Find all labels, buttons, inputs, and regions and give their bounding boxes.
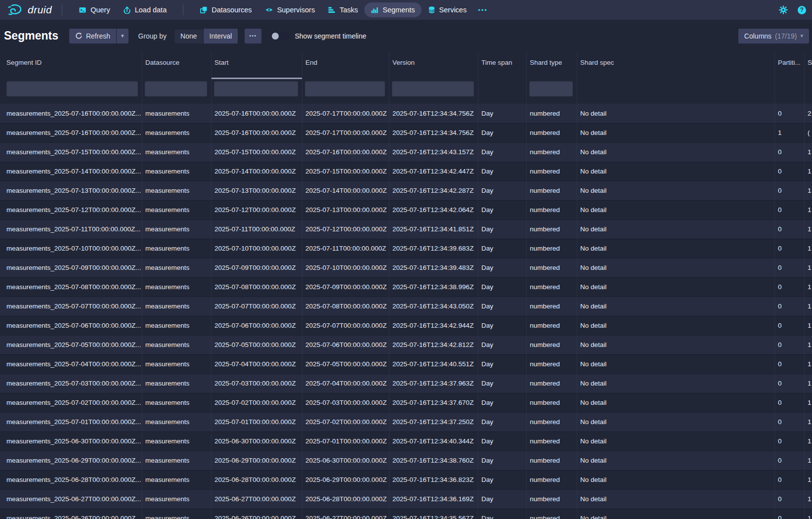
cell-shard-spec[interactable]: No detail [577,470,775,489]
cell-shard-type[interactable]: numbered [527,374,577,393]
cell-size[interactable]: 1 [805,200,812,219]
cell-time-span[interactable]: Day [478,393,527,412]
cell-datasource[interactable]: measurements [142,374,212,393]
table-row[interactable]: measurements_2025-07-13T00:00:00.000Z...… [0,181,812,200]
filter-datasource-input[interactable] [145,81,207,96]
cell-shard-spec[interactable]: No detail [577,219,775,239]
cell-shard-type[interactable]: numbered [527,470,577,489]
cell-version[interactable]: 2025-07-16T12:34:43.157Z [389,142,478,162]
cell-end[interactable]: 2025-07-02T00:00:00.000Z [302,412,389,432]
cell-shard-type[interactable]: numbered [527,393,577,412]
cell-version[interactable]: 2025-07-16T12:34:35.567Z [389,509,478,519]
cell-segment-id[interactable]: measurements_2025-07-10T00:00:00.000Z... [0,239,142,258]
cell-datasource[interactable]: measurements [142,489,212,509]
cell-shard-type[interactable]: numbered [527,412,577,432]
cell-shard-type[interactable]: numbered [527,335,577,354]
cell-datasource[interactable]: measurements [142,470,212,489]
cell-shard-spec[interactable]: No detail [577,181,775,200]
cell-datasource[interactable]: measurements [142,162,212,181]
cell-time-span[interactable]: Day [478,412,527,432]
cell-version[interactable]: 2025-07-16T12:34:42.447Z [389,162,478,181]
cell-start[interactable]: 2025-06-30T00:00:00.000Z [212,432,302,451]
cell-partition[interactable]: 0 [775,412,805,432]
cell-datasource[interactable]: measurements [142,258,212,277]
cell-time-span[interactable]: Day [478,335,527,354]
cell-time-span[interactable]: Day [478,239,527,258]
cell-datasource[interactable]: measurements [142,142,212,162]
cell-end[interactable]: 2025-07-13T00:00:00.000Z [302,200,389,219]
cell-time-span[interactable]: Day [478,123,527,142]
cell-size[interactable]: 1 [805,470,812,489]
nav-item-load-data[interactable]: Load data [117,2,173,17]
table-row[interactable]: measurements_2025-07-03T00:00:00.000Z...… [0,374,812,393]
cell-end[interactable]: 2025-07-09T00:00:00.000Z [302,277,389,297]
table-row[interactable]: measurements_2025-06-28T00:00:00.000Z...… [0,470,812,489]
cell-segment-id[interactable]: measurements_2025-06-30T00:00:00.000Z... [0,432,142,451]
cell-start[interactable]: 2025-07-12T00:00:00.000Z [212,200,302,219]
cell-start[interactable]: 2025-07-09T00:00:00.000Z [212,258,302,277]
nav-item-tasks[interactable]: Tasks [321,2,364,17]
cell-datasource[interactable]: measurements [142,123,212,142]
cell-end[interactable]: 2025-07-06T00:00:00.000Z [302,335,389,354]
cell-size[interactable]: 1 [805,412,812,432]
cell-time-span[interactable]: Day [478,489,527,509]
cell-datasource[interactable]: measurements [142,219,212,239]
cell-shard-type[interactable]: numbered [527,123,577,142]
cell-start[interactable]: 2025-07-11T00:00:00.000Z [212,219,302,239]
cell-size[interactable]: 1 [805,239,812,258]
cell-start[interactable]: 2025-07-04T00:00:00.000Z [212,354,302,374]
cell-segment-id[interactable]: measurements_2025-07-16T00:00:00.000Z... [0,104,142,123]
cell-shard-type[interactable]: numbered [527,432,577,451]
cell-shard-spec[interactable]: No detail [577,142,775,162]
cell-shard-type[interactable]: numbered [527,162,577,181]
cell-size[interactable]: 1 [805,258,812,277]
cell-end[interactable]: 2025-07-07T00:00:00.000Z [302,316,389,335]
cell-time-span[interactable]: Day [478,162,527,181]
table-row[interactable]: measurements_2025-07-14T00:00:00.000Z...… [0,162,812,181]
cell-segment-id[interactable]: measurements_2025-06-28T00:00:00.000Z... [0,470,142,489]
nav-more-button[interactable]: ••• [473,6,493,14]
cell-time-span[interactable]: Day [478,374,527,393]
cell-start[interactable]: 2025-07-05T00:00:00.000Z [212,335,302,354]
cell-shard-spec[interactable]: No detail [577,374,775,393]
cell-end[interactable]: 2025-07-08T00:00:00.000Z [302,297,389,316]
cell-version[interactable]: 2025-07-16T12:34:40.551Z [389,354,478,374]
cell-end[interactable]: 2025-07-04T00:00:00.000Z [302,374,389,393]
cell-version[interactable]: 2025-07-16T12:34:42.064Z [389,200,478,219]
cell-shard-spec[interactable]: No detail [577,162,775,181]
cell-version[interactable]: 2025-07-16T12:34:39.683Z [389,239,478,258]
cell-datasource[interactable]: measurements [142,432,212,451]
cell-segment-id[interactable]: measurements_2025-07-03T00:00:00.000Z... [0,374,142,393]
cell-start[interactable]: 2025-06-27T00:00:00.000Z [212,489,302,509]
cell-partition[interactable]: 0 [775,104,805,123]
table-row[interactable]: measurements_2025-07-10T00:00:00.000Z...… [0,239,812,258]
cell-end[interactable]: 2025-07-10T00:00:00.000Z [302,258,389,277]
cell-time-span[interactable]: Day [478,451,527,470]
cell-size[interactable]: 1 [805,509,812,519]
cell-segment-id[interactable]: measurements_2025-06-26T00:00:00.000Z... [0,509,142,519]
cell-version[interactable]: 2025-07-16T12:34:34.756Z [389,123,478,142]
cell-partition[interactable]: 0 [775,219,805,239]
cell-shard-type[interactable]: numbered [527,354,577,374]
cell-shard-spec[interactable]: No detail [577,354,775,374]
cell-start[interactable]: 2025-07-08T00:00:00.000Z [212,277,302,297]
refresh-button[interactable]: Refresh [69,29,116,43]
cell-shard-type[interactable]: numbered [527,239,577,258]
table-row[interactable]: measurements_2025-07-06T00:00:00.000Z...… [0,316,812,335]
cell-datasource[interactable]: measurements [142,412,212,432]
column-header-time-span[interactable]: Time span [478,52,527,79]
cell-shard-spec[interactable]: No detail [577,297,775,316]
nav-item-query[interactable]: Query [72,2,117,17]
cell-segment-id[interactable]: measurements_2025-07-04T00:00:00.000Z... [0,354,142,374]
cell-version[interactable]: 2025-07-16T12:34:37.250Z [389,412,478,432]
cell-end[interactable]: 2025-07-11T00:00:00.000Z [302,239,389,258]
cell-shard-type[interactable]: numbered [527,489,577,509]
cell-end[interactable]: 2025-07-17T00:00:00.000Z [302,123,389,142]
cell-version[interactable]: 2025-07-16T12:34:42.812Z [389,335,478,354]
filter-segment-id-input[interactable] [6,81,138,96]
cell-size[interactable]: 1 [805,354,812,374]
cell-shard-type[interactable]: numbered [527,258,577,277]
cell-segment-id[interactable]: measurements_2025-07-16T00:00:00.000Z... [0,123,142,142]
filter-start-input[interactable] [214,81,298,96]
cell-start[interactable]: 2025-07-16T00:00:00.000Z [212,123,302,142]
